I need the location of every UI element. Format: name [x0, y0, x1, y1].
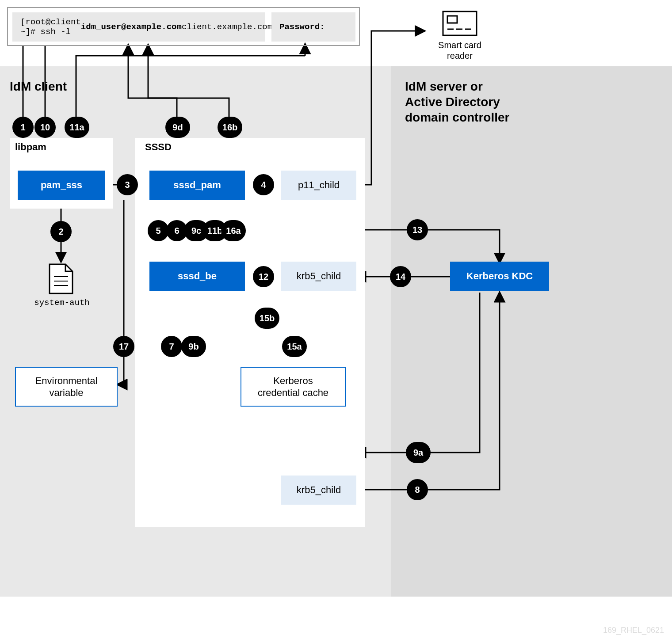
badge-12: 12 [253, 266, 274, 287]
sssd-pam-box: sssd_pam [149, 171, 245, 200]
badge-3: 3 [117, 174, 138, 195]
document-icon [49, 263, 73, 294]
badge-9b: 9b [181, 336, 206, 357]
smartcard-icon [442, 11, 477, 36]
idm-server-heading: IdM server or Active Directory domain co… [405, 79, 529, 125]
sssd-be-box: sssd_be [149, 262, 245, 291]
smartcard-label: Smart card reader [426, 40, 493, 61]
svg-marker-23 [50, 264, 73, 293]
kerberos-cc-box: Kerberos credential cache [241, 367, 346, 407]
terminal-bold: idm_user@example.com [81, 22, 182, 32]
smartcard-reader: Smart card reader [426, 11, 493, 61]
terminal-password-label: Password: [279, 22, 325, 32]
badge-9a: 9a [406, 442, 431, 463]
env-var-box: Environmental variable [15, 367, 118, 407]
terminal-rest: client.example.com [182, 22, 272, 32]
badge-5: 5 [148, 220, 169, 241]
badge-14: 14 [390, 266, 411, 287]
system-auth-label: system-auth [31, 298, 93, 308]
badge-7: 7 [161, 336, 182, 357]
badge-17: 17 [113, 336, 134, 357]
badge-11a: 11a [65, 117, 89, 138]
badge-1: 1 [12, 117, 34, 138]
terminal-password: Password: [271, 12, 355, 42]
badge-16a: 16a [221, 220, 246, 241]
terminal-outer: [root@client ~]# ssh -l idm_user@example… [7, 7, 360, 46]
badge-2: 2 [50, 221, 72, 242]
badge-15a: 15a [282, 336, 307, 357]
pam-sss-box: pam_sss [18, 171, 105, 200]
idm-client-heading: IdM client [10, 80, 67, 94]
watermark: 169_RHEL_0621 [603, 626, 664, 635]
terminal-ssh: [root@client ~]# ssh -l idm_user@example… [12, 12, 265, 42]
badge-4: 4 [253, 174, 274, 195]
krb5-child-top-box: krb5_child [281, 262, 356, 291]
kerberos-kdc-box: Kerberos KDC [450, 262, 549, 291]
krb5-child-bottom-box: krb5_child [281, 476, 356, 505]
badge-15b: 15b [255, 308, 279, 329]
idm-server-panel [391, 66, 672, 597]
badge-8: 8 [407, 479, 428, 500]
badge-9d: 9d [165, 117, 190, 138]
sssd-heading: SSSD [145, 141, 172, 153]
svg-rect-19 [447, 16, 457, 23]
badge-16b: 16b [218, 117, 242, 138]
terminal-prompt: [root@client ~]# ssh -l [20, 17, 81, 37]
p11-child-box: p11_child [281, 171, 356, 200]
badge-13: 13 [407, 219, 428, 240]
system-auth [49, 263, 73, 296]
libpam-heading: libpam [15, 141, 46, 153]
badge-10: 10 [34, 117, 56, 138]
